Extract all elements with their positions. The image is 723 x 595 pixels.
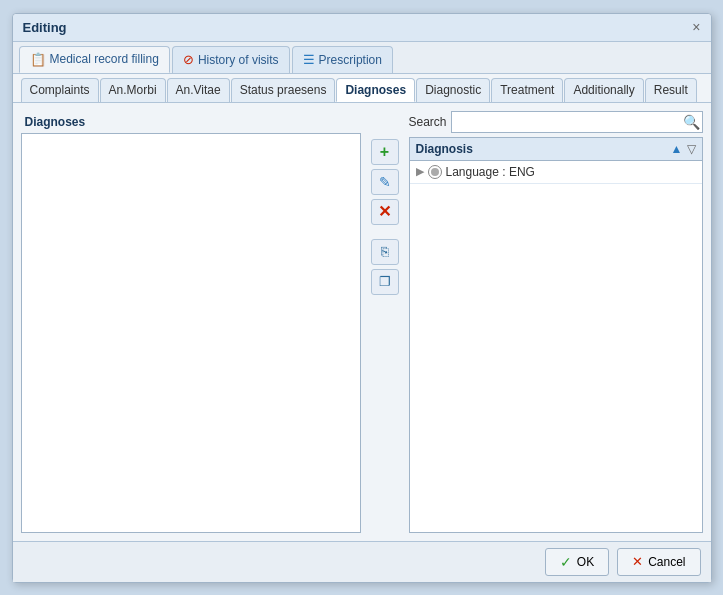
search-input-wrap: 🔍 <box>451 111 703 133</box>
cancel-label: Cancel <box>648 555 685 569</box>
sub-tab-diagnostic[interactable]: Diagnostic <box>416 78 490 102</box>
sub-tab-complaints[interactable]: Complaints <box>21 78 99 102</box>
sub-tab-anmorbi[interactable]: An.Morbi <box>100 78 166 102</box>
copy1-icon: ⎘ <box>381 244 389 259</box>
title-bar: Editing × <box>13 14 711 42</box>
close-button[interactable]: × <box>692 20 700 34</box>
sub-tab-anvitae[interactable]: An.Vitae <box>167 78 230 102</box>
tab-history-of-visits[interactable]: ⊘ History of visits <box>172 46 290 73</box>
sub-tab-diagnoses[interactable]: Diagnoses <box>336 78 415 102</box>
language-indicator <box>428 165 442 179</box>
main-tabs: 📋 Medical record filling ⊘ History of vi… <box>13 42 711 74</box>
copy2-icon: ❐ <box>379 274 391 289</box>
editing-dialog: Editing × 📋 Medical record filling ⊘ His… <box>12 13 712 583</box>
add-icon: + <box>380 143 389 161</box>
diagnosis-table: Diagnosis ▲ ▽ ▶ Language : ENG <box>409 137 703 533</box>
language-dot-inner <box>431 168 439 176</box>
copy2-button[interactable]: ❐ <box>371 269 399 295</box>
add-button[interactable]: + <box>371 139 399 165</box>
cancel-button[interactable]: ✕ Cancel <box>617 548 700 576</box>
ok-label: OK <box>577 555 594 569</box>
search-row: Search 🔍 <box>409 111 703 133</box>
tab-prescription[interactable]: ☰ Prescription <box>292 46 393 73</box>
prescription-tab-icon: ☰ <box>303 52 315 67</box>
language-label: Language : ENG <box>446 165 535 179</box>
diagnoses-header: Diagnoses <box>21 111 361 131</box>
medical-tab-icon: 📋 <box>30 52 46 67</box>
ok-check-icon: ✓ <box>560 554 572 570</box>
cancel-x-icon: ✕ <box>632 554 643 569</box>
tab-medical-record[interactable]: 📋 Medical record filling <box>19 46 170 73</box>
search-label: Search <box>409 115 447 129</box>
sub-tab-result[interactable]: Result <box>645 78 697 102</box>
diagnosis-column-label: Diagnosis <box>416 142 667 156</box>
diagnoses-panel: Diagnoses + ✎ ✕ ⎘ ❐ <box>21 111 703 533</box>
sub-tab-treatment[interactable]: Treatment <box>491 78 563 102</box>
history-tab-label: History of visits <box>198 53 279 67</box>
ok-button[interactable]: ✓ OK <box>545 548 609 576</box>
edit-button[interactable]: ✎ <box>371 169 399 195</box>
sub-tab-status[interactable]: Status praesens <box>231 78 336 102</box>
delete-button[interactable]: ✕ <box>371 199 399 225</box>
footer: ✓ OK ✕ Cancel <box>13 541 711 582</box>
search-input[interactable] <box>451 111 703 133</box>
prescription-tab-label: Prescription <box>319 53 382 67</box>
dialog-title: Editing <box>23 20 67 35</box>
medical-tab-label: Medical record filling <box>50 52 159 66</box>
left-panel: Diagnoses <box>21 111 361 533</box>
expand-icon[interactable]: ▶ <box>416 165 424 178</box>
history-tab-icon: ⊘ <box>183 52 194 67</box>
edit-icon: ✎ <box>379 174 391 190</box>
sub-tabs: Complaints An.Morbi An.Vitae Status prae… <box>13 74 711 103</box>
action-buttons: + ✎ ✕ ⎘ ❐ <box>367 111 403 533</box>
content-area: Diagnoses + ✎ ✕ ⎘ ❐ <box>13 103 711 541</box>
filter-icon[interactable]: ▽ <box>687 142 696 156</box>
sub-tab-additionally[interactable]: Additionally <box>564 78 643 102</box>
language-row: ▶ Language : ENG <box>410 161 702 184</box>
search-icon: 🔍 <box>683 114 700 130</box>
diagnoses-list[interactable] <box>21 133 361 533</box>
delete-icon: ✕ <box>378 202 391 221</box>
sort-icon[interactable]: ▲ <box>671 142 683 156</box>
copy1-button[interactable]: ⎘ <box>371 239 399 265</box>
right-panel: Search 🔍 Diagnosis ▲ ▽ ▶ <box>409 111 703 533</box>
diagnosis-column-header: Diagnosis ▲ ▽ <box>410 138 702 161</box>
